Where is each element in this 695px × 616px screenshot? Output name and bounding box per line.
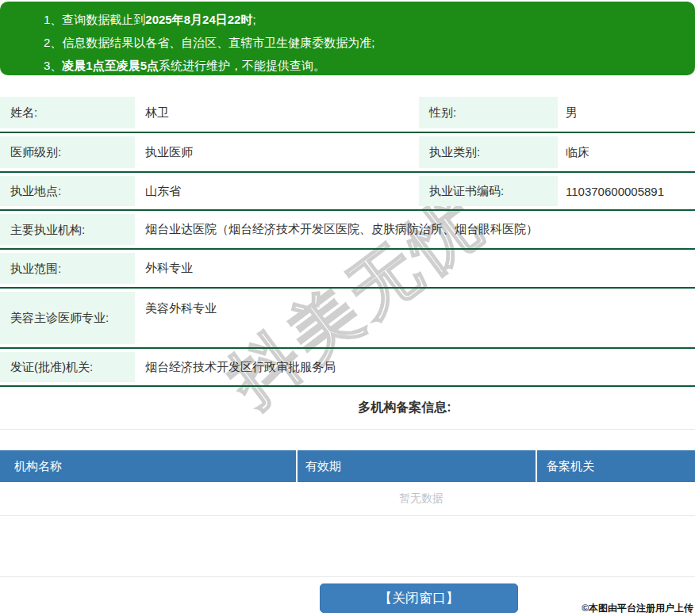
name-label: 姓名: xyxy=(0,97,135,128)
notice-bold-text: 凌晨1点至凌晨5点 xyxy=(62,59,159,72)
main-institution-label-cell: 主要执业机构: xyxy=(0,211,135,248)
name-value: 林卫 xyxy=(135,94,419,132)
copyright-watermark-text: ©本图由平台注册用户上传 xyxy=(582,602,693,615)
issuing-authority-value: 烟台经济技术开发区行政审批服务局 xyxy=(135,349,695,385)
notice-panel: 1、查询数据截止到2025年8月24日22时; 2、信息数据结果以各省、自治区、… xyxy=(0,2,695,75)
info-row-location-certificate: 执业地点: 山东省 执业证书编码: 110370600005891 xyxy=(0,173,695,211)
doctor-info-table: 姓名: 林卫 性别: 男 医师级别: 执业医师 执业类别: 临床 执业地点: 山… xyxy=(0,94,695,387)
gender-label: 性别: xyxy=(419,97,558,128)
info-row-practice-scope: 执业范围: 外科专业 xyxy=(0,250,695,289)
practice-category-label: 执业类别: xyxy=(419,136,558,168)
gender-label-cell: 性别: xyxy=(419,94,558,132)
notice-number: 1、 xyxy=(44,13,62,26)
column-header-institution-name: 机构名称 xyxy=(0,450,298,482)
practice-location-label-cell: 执业地点: xyxy=(0,173,135,209)
doctor-license-query-result-page: 抖美无忧 1、查询数据截止到2025年8月24日22时; 2、信息数据结果以各省… xyxy=(0,0,695,616)
divider-line xyxy=(0,429,695,430)
doctor-level-value: 执业医师 xyxy=(135,133,419,171)
divider-line xyxy=(0,576,695,577)
practice-scope-label-cell: 执业范围: xyxy=(0,250,135,287)
info-row-level-category: 医师级别: 执业医师 执业类别: 临床 xyxy=(0,133,695,173)
cosmetic-specialty-label: 美容主诊医师专业: xyxy=(0,292,135,344)
notice-text: ; xyxy=(252,13,255,26)
cosmetic-specialty-label-cell: 美容主诊医师专业: xyxy=(0,289,135,347)
main-institution-label: 主要执业机构: xyxy=(0,214,135,245)
gender-value: 男 xyxy=(558,94,695,132)
info-row-cosmetic-specialty: 美容主诊医师专业: 美容外科专业 xyxy=(0,289,695,349)
column-header-validity-period: 有效期 xyxy=(298,450,537,482)
info-row-issuing-authority: 发证(批准)机关: 烟台经济技术开发区行政审批服务局 xyxy=(0,349,695,387)
main-institution-value: 烟台业达医院（烟台经济技术开发区医院、皮肤病防治所、烟台眼科医院） xyxy=(135,211,695,248)
name-label-cell: 姓名: xyxy=(0,94,135,132)
practice-category-label-cell: 执业类别: xyxy=(419,133,558,171)
certificate-number-label-cell: 执业证书编码: xyxy=(419,173,558,209)
notice-line-3: 3、凌晨1点至凌晨5点系统进行维护，不能提供查询。 xyxy=(44,54,687,77)
multi-institution-filing-title: 多机构备案信息: xyxy=(57,400,695,417)
notice-text: 信息数据结果以各省、自治区、直辖市卫生健康委数据为准; xyxy=(62,36,374,49)
practice-location-label: 执业地点: xyxy=(0,176,135,206)
practice-scope-value: 外科专业 xyxy=(135,250,695,287)
info-row-main-institution: 主要执业机构: 烟台业达医院（烟台经济技术开发区医院、皮肤病防治所、烟台眼科医院… xyxy=(0,211,695,250)
doctor-level-label-cell: 医师级别: xyxy=(0,133,135,171)
certificate-number-label: 执业证书编码: xyxy=(419,176,558,206)
practice-scope-label: 执业范围: xyxy=(0,253,135,284)
notice-bold-text: 2025年8月24日22时 xyxy=(145,13,252,26)
notice-text: 查询数据截止到 xyxy=(62,13,145,26)
filing-table-header: 机构名称 有效期 备案机关 xyxy=(0,450,695,482)
filing-table-empty-row: 暂无数据 xyxy=(0,482,695,516)
notice-line-2: 2、信息数据结果以各省、自治区、直辖市卫生健康委数据为准; xyxy=(44,31,687,54)
notice-number: 2、 xyxy=(44,36,62,49)
practice-category-value: 临床 xyxy=(558,133,695,171)
notice-number: 3、 xyxy=(44,59,62,72)
certificate-number-value: 110370600005891 xyxy=(558,173,695,209)
notice-line-1: 1、查询数据截止到2025年8月24日22时; xyxy=(44,8,687,31)
doctor-level-label: 医师级别: xyxy=(0,136,135,168)
cosmetic-specialty-value: 美容外科专业 xyxy=(135,289,695,347)
practice-location-value: 山东省 xyxy=(135,173,419,209)
info-row-name-gender: 姓名: 林卫 性别: 男 xyxy=(0,94,695,133)
column-header-filing-authority: 备案机关 xyxy=(537,450,695,482)
no-data-text: 暂无数据 xyxy=(399,492,443,506)
notice-text: 系统进行维护，不能提供查询。 xyxy=(159,59,325,72)
close-window-button[interactable]: 【关闭窗口】 xyxy=(320,583,518,613)
issuing-authority-label: 发证(批准)机关: xyxy=(0,352,135,382)
issuing-authority-label-cell: 发证(批准)机关: xyxy=(0,349,135,385)
